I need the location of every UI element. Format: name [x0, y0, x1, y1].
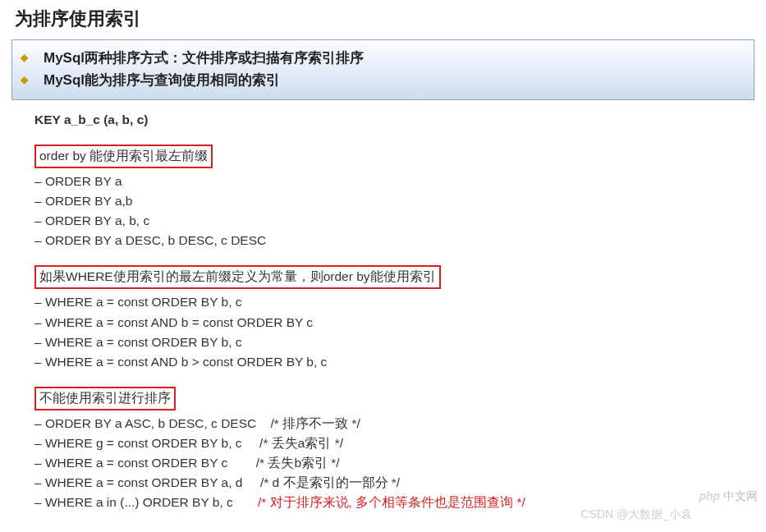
- code-text: – WHERE a in (...) ORDER BY b, c: [34, 495, 258, 509]
- bullet-icon: ◆: [21, 50, 29, 66]
- list-item: – ORDER BY a,b: [34, 191, 755, 211]
- comment-text: /* 丢失b索引 */: [256, 453, 340, 473]
- list-item: – WHERE a = const ORDER BY c /* 丢失b索引 */: [34, 453, 755, 473]
- php-logo-text: php: [699, 489, 720, 502]
- list-item: – WHERE a = const ORDER BY b, c: [34, 292, 755, 312]
- summary-box: ◆ MySql两种排序方式：文件排序或扫描有序索引排序 ◆ MySql能为排序与…: [11, 39, 755, 100]
- summary-text-2: MySql能为排序与查询使用相同的索引: [44, 69, 280, 91]
- list-item: – WHERE a = const AND b > const ORDER BY…: [34, 352, 755, 372]
- list-item: – ORDER BY a, b, c: [34, 211, 755, 231]
- comment-text: /* 丢失a索引 */: [259, 433, 343, 453]
- summary-line-1: ◆ MySql两种排序方式：文件排序或扫描有序索引排序: [21, 47, 745, 69]
- list-item: – WHERE g = const ORDER BY b, c /* 丢失a索引…: [34, 433, 755, 453]
- list-item: – WHERE a = const ORDER BY b, c: [34, 332, 755, 352]
- page-title: 为排序使用索引: [15, 7, 755, 31]
- list-item: – WHERE a = const AND b = const ORDER BY…: [34, 313, 755, 332]
- list-item: – ORDER BY a DESC, b DESC, c DESC: [34, 231, 755, 250]
- watermark-php: php 中文网: [699, 489, 758, 504]
- section-1: order by 能使用索引最左前缀 – ORDER BY a – ORDER …: [34, 144, 755, 250]
- watermark-csdn: CSDN @大数据_小袁: [580, 507, 692, 522]
- section-1-header: order by 能使用索引最左前缀: [34, 144, 213, 168]
- section-2-header: 如果WHERE使用索引的最左前缀定义为常量，则order by能使用索引: [34, 265, 441, 289]
- code-text: – ORDER BY a ASC, b DESC, c DESC: [34, 416, 270, 430]
- bullet-icon: ◆: [21, 72, 29, 88]
- section-3: 不能使用索引进行排序 – ORDER BY a ASC, b DESC, c D…: [34, 387, 755, 512]
- php-cn-text: 中文网: [720, 489, 758, 502]
- code-text: – WHERE a = const ORDER BY c: [34, 456, 256, 470]
- key-definition: KEY a_b_c (a, b, c): [34, 110, 755, 130]
- list-item: – ORDER BY a ASC, b DESC, c DESC /* 排序不一…: [34, 414, 755, 433]
- content-body: KEY a_b_c (a, b, c) order by 能使用索引最左前缀 –…: [11, 110, 755, 511]
- code-text: – WHERE g = const ORDER BY b, c: [34, 436, 259, 450]
- comment-text: /* 排序不一致 */: [270, 414, 360, 433]
- summary-text-1: MySql两种排序方式：文件排序或扫描有序索引排序: [44, 47, 364, 69]
- section-3-header: 不能使用索引进行排序: [34, 387, 176, 410]
- code-text: – WHERE a = const ORDER BY a, d: [34, 475, 260, 489]
- section-2: 如果WHERE使用索引的最左前缀定义为常量，则order by能使用索引 – W…: [34, 265, 755, 371]
- list-item: – WHERE a = const ORDER BY a, d /* d 不是索…: [34, 473, 755, 493]
- summary-line-2: ◆ MySql能为排序与查询使用相同的索引: [21, 69, 745, 91]
- comment-text: /* d 不是索引的一部分 */: [260, 473, 400, 493]
- list-item: – ORDER BY a: [34, 172, 755, 191]
- comment-text: /* 对于排序来说, 多个相等条件也是范围查询 */: [258, 493, 525, 512]
